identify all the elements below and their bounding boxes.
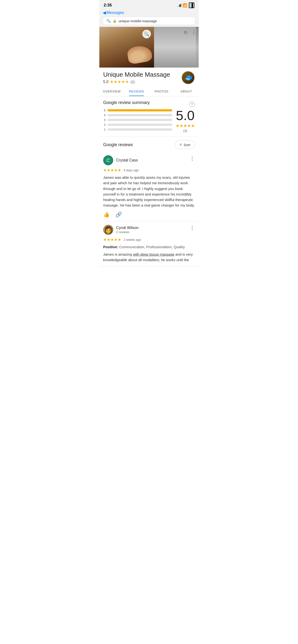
review-rating-row-2: ★★★★★ 2 weeks ago xyxy=(103,237,195,242)
business-name: Unique Mobile Massage xyxy=(103,71,170,78)
review-text-1: James was able to quickly asses my scars… xyxy=(103,175,195,208)
review-more-button-1[interactable]: ⋮ xyxy=(190,155,195,162)
share-review-icon-1[interactable]: 🔗 xyxy=(115,212,122,218)
reviewer-left-2: 👩 Cyndi Wilson 2 reviews xyxy=(103,225,138,235)
review-time-1: 4 days ago xyxy=(123,168,139,172)
business-details: Unique Mobile Massage 5.0 ★★★★★ (2) xyxy=(103,71,170,84)
rating-stars: ★★★★★ xyxy=(110,79,129,84)
more-options-icon[interactable]: ⋮ xyxy=(191,29,196,36)
review-rating-row-1: ★★★★★ 4 days ago xyxy=(103,168,195,173)
back-arrow-icon: ◀ xyxy=(103,10,106,15)
hero-right-actions: ⎋ ⋮ xyxy=(184,29,196,36)
bar-label-3: 3 xyxy=(103,118,106,122)
google-reviews-title: Google reviews xyxy=(103,142,133,147)
review-actions-1: 👍 🔗 xyxy=(103,212,195,218)
rating-row: 5.0 ★★★★★ (2) xyxy=(103,79,170,84)
tab-overview[interactable]: OVERVIEW xyxy=(99,87,124,96)
battery-icon: ▐ xyxy=(189,2,194,8)
bar-row-3: 3 xyxy=(103,118,172,122)
thumbsup-icon-1[interactable]: 👍 xyxy=(103,212,110,218)
owner-avatar[interactable]: 🧢 xyxy=(181,71,195,84)
deep-tissue-link[interactable]: with deep tissue massage xyxy=(133,252,175,256)
review-summary-title: Google review summary xyxy=(103,100,150,105)
review-card-1: C Crystal Cass ⋮ ★★★★★ 4 days ago James … xyxy=(99,152,199,222)
bar-track-4 xyxy=(107,114,172,116)
review-summary-content: 5 4 3 2 xyxy=(103,108,195,132)
reviewer-name-2[interactable]: Cyndi Wilson xyxy=(116,226,138,230)
review-text-2: James is amazing with deep tissue massag… xyxy=(103,252,195,263)
bar-track-5 xyxy=(107,109,172,112)
bar-label-5: 5 xyxy=(103,108,106,112)
positive-label-2: Positive: xyxy=(103,245,118,249)
bar-track-2 xyxy=(107,124,172,126)
google-reviews-header: Google reviews ≡ Sort xyxy=(99,136,199,152)
rating-count: (2) xyxy=(130,80,135,84)
score-count: (2) xyxy=(176,129,195,132)
reviewer-header-2: 👩 Cyndi Wilson 2 reviews ⋮ xyxy=(103,225,195,235)
review-summary-section: Google review summary ? 5 4 3 xyxy=(99,96,199,136)
review-more-button-2[interactable]: ⋮ xyxy=(190,225,195,231)
url-text: unique-mobile-massage xyxy=(118,19,157,23)
share-icon[interactable]: ⎋ xyxy=(184,29,187,36)
status-time: 2:35 xyxy=(104,3,112,8)
sort-icon: ≡ xyxy=(180,142,182,147)
review-time-2: 2 weeks ago xyxy=(123,238,141,242)
positive-items-2: Communication, Professionalism, Quality xyxy=(119,245,185,249)
reviewer-avatar-2: 👩 xyxy=(103,225,113,235)
nav-bar: ◀ Messages 🔍 🔒 unique-mobile-massage xyxy=(99,9,199,27)
review-stars-2: ★★★★★ xyxy=(103,237,121,242)
bar-fill-5 xyxy=(107,109,172,112)
lock-icon: 🔒 xyxy=(113,19,117,23)
reviewer-meta-2: 2 reviews xyxy=(116,230,138,234)
business-info: Unique Mobile Massage 5.0 ★★★★★ (2) 🧢 xyxy=(99,68,199,87)
bar-track-3 xyxy=(107,119,172,121)
reviewer-left-1: C Crystal Cass xyxy=(103,155,138,165)
big-score-value: 5.0 xyxy=(176,109,195,122)
reviewer-info-2: Cyndi Wilson 2 reviews xyxy=(116,226,138,234)
help-icon[interactable]: ? xyxy=(189,101,195,107)
bar-row-4: 4 xyxy=(103,113,172,117)
back-button[interactable]: ◀ Messages xyxy=(103,10,195,15)
bar-label-2: 2 xyxy=(103,123,106,126)
tabs-navigation: OVERVIEW REVIEWS PHOTOS ABOUT xyxy=(99,87,199,96)
hero-search-button[interactable]: 🔍 xyxy=(142,30,151,38)
bar-row-2: 2 xyxy=(103,123,172,126)
tab-photos[interactable]: PHOTOS xyxy=(149,87,174,96)
review-stars-1: ★★★★★ xyxy=(103,168,121,173)
overall-score: 5.0 ★★★★★ (2) xyxy=(176,109,195,132)
address-bar[interactable]: 🔍 🔒 unique-mobile-massage xyxy=(103,17,195,25)
hero-search-icon: 🔍 xyxy=(144,32,149,37)
hero-image: Add a ph 🔍 ⎋ ⋮ xyxy=(99,27,199,68)
status-bar: 2:35 📶 ▐ xyxy=(99,0,199,9)
bar-label-1: 1 xyxy=(103,128,106,131)
bar-label-4: 4 xyxy=(103,113,106,117)
tab-reviews[interactable]: REVIEWS xyxy=(124,87,149,96)
sort-button[interactable]: ≡ Sort xyxy=(175,140,195,149)
reviewer-name-1[interactable]: Crystal Cass xyxy=(116,158,138,162)
status-icons: 📶 ▐ xyxy=(177,2,194,8)
rating-score: 5.0 xyxy=(103,80,108,84)
reviewer-info-1: Crystal Cass xyxy=(116,158,138,162)
wifi-icon: 📶 xyxy=(183,3,187,8)
bar-row-5: 5 xyxy=(103,108,172,112)
back-label: Messages xyxy=(106,10,124,15)
reviewer-header-1: C Crystal Cass ⋮ xyxy=(103,155,195,165)
rating-bars: 5 4 3 2 xyxy=(103,108,172,132)
search-icon: 🔍 xyxy=(106,19,111,23)
signal-bars-icon xyxy=(177,4,181,7)
bar-row-1: 1 xyxy=(103,128,172,131)
review-card-2: 👩 Cyndi Wilson 2 reviews ⋮ ★★★★★ 2 weeks… xyxy=(99,222,199,266)
sort-label: Sort xyxy=(184,143,190,147)
bar-track-1 xyxy=(107,128,172,130)
review-positive-2: Positive: Communication, Professionalism… xyxy=(103,244,195,250)
score-stars: ★★★★★ xyxy=(176,123,195,128)
tab-about[interactable]: ABOUT xyxy=(174,87,199,96)
reviewer-avatar-1: C xyxy=(103,155,113,165)
